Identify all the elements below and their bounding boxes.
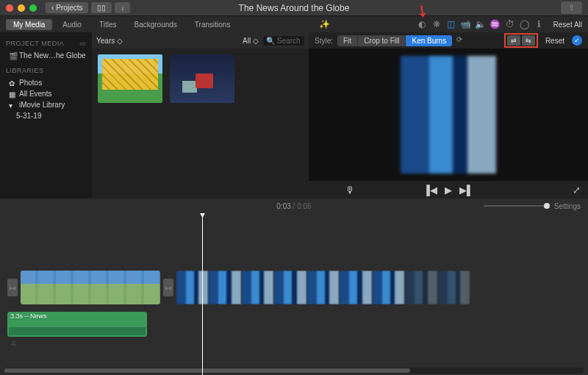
next-frame-icon[interactable]: ▶▌ xyxy=(459,185,473,196)
sidebar-item-photos[interactable]: ✿ Photos xyxy=(6,77,86,88)
prev-frame-icon[interactable]: ▐◀ xyxy=(423,185,437,196)
swap-highlight-box: ⇄ ⇆ xyxy=(504,33,538,48)
voiceover-mic-icon[interactable]: 🎙 xyxy=(345,185,355,196)
years-label: Years xyxy=(96,37,115,45)
titlebar-right: ⇪ xyxy=(561,1,582,14)
sidebar-item-label: iMovie Library xyxy=(19,101,65,109)
viewer-controls: 🎙 ▐◀ ▶ ▶▌ ⤢ xyxy=(309,181,588,199)
close-window-icon[interactable] xyxy=(6,4,13,12)
style-label: Style: xyxy=(315,37,333,45)
view-toggle-button[interactable]: ▯▯ xyxy=(91,2,112,13)
zoom-slider[interactable] xyxy=(484,205,550,207)
tab-audio[interactable]: Audio xyxy=(55,19,89,30)
speed-icon[interactable]: ⏱ xyxy=(505,19,515,29)
viewer-panel: ✨ ◐ ❋ ◫ 📹 🔈 ♒ ⏱ ◯ ℹ Reset All Style: Fit… xyxy=(309,16,588,199)
search-placeholder: Search xyxy=(277,37,301,45)
layout-icon: ▯▯ xyxy=(97,4,106,12)
media-thumbnail[interactable] xyxy=(98,54,162,103)
style-fit-button[interactable]: Fit xyxy=(337,35,358,46)
swap-start-end-button[interactable]: ⇄ xyxy=(507,35,520,46)
sidebar-item-event-date[interactable]: 5-31-19 xyxy=(6,110,86,121)
viewer-frame-image xyxy=(401,56,496,174)
timeline-clip-map[interactable] xyxy=(21,271,160,304)
window-titlebar: ‹ Projects ▯▯ ↓ The News Around the Glob… xyxy=(0,0,588,16)
tab-titles[interactable]: Titles xyxy=(92,19,124,30)
timeline-body[interactable]: ▹◃ ▹◃ 3.3s – News ♫ xyxy=(0,213,588,375)
search-input[interactable]: 🔍 Search xyxy=(263,36,304,46)
audio-clip-label: 3.3s – News xyxy=(10,312,47,320)
photos-icon: ✿ xyxy=(9,79,16,87)
sidebar-item-project[interactable]: 🎬 The New…he Globe xyxy=(6,50,86,61)
settings-button[interactable]: Settings xyxy=(554,202,581,210)
top-area: My Media Audio Titles Backgrounds Transi… xyxy=(0,16,588,199)
import-button[interactable]: ↓ xyxy=(115,2,130,13)
clips-filter-dropdown[interactable]: All ◇ xyxy=(243,37,259,45)
video-viewer[interactable] xyxy=(309,49,588,181)
minimize-window-icon[interactable] xyxy=(18,4,25,12)
tab-backgrounds[interactable]: Backgrounds xyxy=(126,19,184,30)
enhance-wand-icon[interactable]: ✨ xyxy=(319,19,329,29)
timeline-header: 0:03 / 0:06 Settings xyxy=(0,199,588,213)
timeline-clip-video[interactable] xyxy=(176,271,470,304)
crop-style-segmented: Fit Crop to Fill Ken Burns xyxy=(337,35,452,46)
timeline-time: 0:03 / 0:06 xyxy=(276,202,311,210)
projects-back-button[interactable]: ‹ Projects xyxy=(46,2,88,13)
sidebar: PROJECT MEDIA ▭ 🎬 The New…he Globe LIBRA… xyxy=(0,32,92,199)
sidebar-item-label: Photos xyxy=(19,79,42,87)
media-thumbnail[interactable] xyxy=(170,54,234,103)
stabilization-icon[interactable]: 📹 xyxy=(461,19,471,29)
tab-my-media[interactable]: My Media xyxy=(6,19,52,30)
style-crop-to-fill-button[interactable]: Crop to Fill xyxy=(358,35,406,46)
projects-label: Projects xyxy=(56,4,82,12)
sidebar-heading-libraries: LIBRARIES xyxy=(6,67,86,74)
sidebar-project-name: The New…he Globe xyxy=(19,51,86,60)
years-dropdown[interactable]: Years ◇ xyxy=(96,37,123,45)
search-icon: 🔍 xyxy=(266,37,275,45)
sidebar-item-imovie-library[interactable]: ▾ iMovie Library xyxy=(6,99,86,110)
viewer-toolbar: ✨ ◐ ❋ ◫ 📹 🔈 ♒ ⏱ ◯ ℹ Reset All xyxy=(309,16,588,32)
fullscreen-icon[interactable]: ⤢ xyxy=(573,185,581,196)
swap-end-start-button[interactable]: ⇆ xyxy=(522,35,535,46)
time-current: 0:03 xyxy=(276,202,290,210)
audio-track: 3.3s – News xyxy=(7,307,581,341)
horizontal-scrollbar[interactable] xyxy=(4,368,584,374)
volume-icon[interactable]: 🔈 xyxy=(476,19,486,29)
crop-style-row: Style: Fit Crop to Fill Ken Burns ⟳ ⇄ ⇆ … xyxy=(309,32,588,49)
color-balance-icon[interactable]: ◐ xyxy=(417,19,427,29)
transition-icon[interactable]: ▹◃ xyxy=(163,279,173,296)
rotate-icon[interactable]: ⟳ xyxy=(456,35,467,46)
transition-icon[interactable]: ▹◃ xyxy=(7,279,18,296)
media-thumbnails xyxy=(92,49,309,199)
apply-check-icon[interactable]: ✓ xyxy=(572,35,582,46)
style-ken-burns-button[interactable]: Ken Burns xyxy=(406,35,452,46)
project-title: The News Around the Globe xyxy=(239,3,350,13)
download-arrow-icon: ↓ xyxy=(121,4,124,12)
reset-all-button[interactable]: Reset All xyxy=(553,21,582,29)
sidebar-heading-label: PROJECT MEDIA xyxy=(6,40,64,47)
chevron-left-icon: ‹ xyxy=(51,4,54,12)
play-icon[interactable]: ▶ xyxy=(445,185,452,196)
left-body: PROJECT MEDIA ▭ 🎬 The New…he Globe LIBRA… xyxy=(0,32,309,199)
zoom-thumb[interactable] xyxy=(544,203,550,209)
timeline-clip-audio[interactable]: 3.3s – News xyxy=(7,312,147,337)
browser-toolbar: Years ◇ All ◇ 🔍 Search xyxy=(92,32,309,49)
color-correction-icon[interactable]: ❋ xyxy=(431,19,442,29)
sidebar-item-label: All Events xyxy=(19,90,51,98)
sidebar-list-toggle-icon[interactable]: ▭ xyxy=(79,40,87,47)
share-button[interactable]: ⇪ xyxy=(561,1,582,14)
music-track-icon: ♫ xyxy=(10,338,16,347)
tab-transitions[interactable]: Transitions xyxy=(187,19,238,30)
reset-button[interactable]: Reset xyxy=(545,37,564,45)
playhead[interactable] xyxy=(202,213,203,375)
media-browser: Years ◇ All ◇ 🔍 Search xyxy=(92,32,309,199)
sidebar-heading-project-media: PROJECT MEDIA ▭ xyxy=(6,40,86,47)
clapperboard-icon: 🎬 xyxy=(9,52,16,60)
sidebar-item-all-events[interactable]: ▦ All Events xyxy=(6,88,86,99)
clip-filter-icon[interactable]: ◯ xyxy=(520,19,530,29)
updown-icon: ◇ xyxy=(117,37,123,45)
noise-reduction-icon[interactable]: ♒ xyxy=(490,19,501,29)
fullscreen-window-icon[interactable] xyxy=(29,4,37,12)
updown-icon: ◇ xyxy=(253,37,259,45)
crop-icon[interactable]: ◫ xyxy=(446,19,456,29)
info-icon[interactable]: ℹ xyxy=(534,19,545,29)
